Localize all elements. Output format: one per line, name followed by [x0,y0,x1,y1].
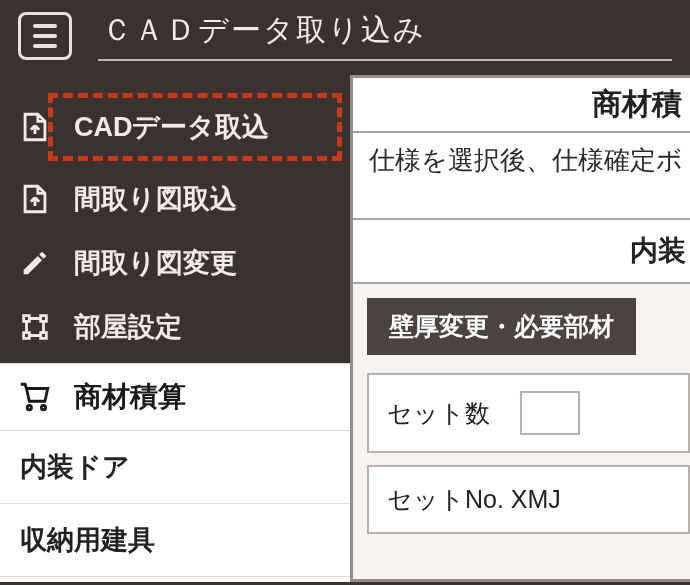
sidebar-item-label: 間取り図取込 [74,181,237,217]
sidebar-item-cad-import[interactable]: CADデータ取込 [8,95,342,159]
sidebar-item-room-settings[interactable]: 部屋設定 [0,295,350,359]
sidebar-item-floorplan-edit[interactable]: 間取り図変更 [0,231,350,295]
sidebar-light-section: 商材積算 内装ドア 収納用建具 [0,363,350,582]
form-label: セットNo. XMJ [387,483,561,516]
sidebar-item-label: 商材積算 [74,378,186,416]
sidebar-subitem-label: 収納用建具 [20,525,155,555]
set-count-input[interactable] [520,391,580,435]
import-icon [18,182,52,216]
form-label: セット数 [387,397,490,430]
panel-body: 壁厚変更・必要部材 セット数 セットNo. XMJ [353,282,690,579]
bounds-icon [18,310,52,344]
content-panel: 商材積 仕様を選択後、仕様確定ボ 内装 壁厚変更・必要部材 セット数 セットNo… [350,75,690,582]
main: CADデータ取込 間取り図取込 間取り図変更 部屋設定 [0,75,690,582]
panel-sub-header: 内装 [353,220,690,282]
sidebar-item-label: 間取り図変更 [74,245,237,281]
wall-thickness-button[interactable]: 壁厚変更・必要部材 [367,298,636,355]
sidebar-item-floorplan-import[interactable]: 間取り図取込 [0,167,350,231]
form-row-set-count: セット数 [367,373,690,453]
sidebar-item-label: 部屋設定 [74,309,182,345]
titlebar: ＣＡＤデータ取り込み [0,0,690,75]
sidebar-subitem-storage[interactable]: 収納用建具 [0,504,350,577]
import-icon [18,110,52,144]
sidebar-item-label: CADデータ取込 [74,109,270,145]
panel-description: 仕様を選択後、仕様確定ボ [353,133,690,220]
page-title: ＣＡＤデータ取り込み [98,10,672,61]
cart-icon [18,380,52,414]
edit-icon [18,246,52,280]
sidebar: CADデータ取込 間取り図取込 間取り図変更 部屋設定 [0,75,350,582]
sidebar-subitem-interior-door[interactable]: 内装ドア [0,431,350,504]
sidebar-subitem-label: 内装ドア [20,452,130,482]
sidebar-item-estimate[interactable]: 商材積算 [0,364,350,430]
panel-header: 商材積 [353,78,690,133]
form-row-set-no: セットNo. XMJ [367,465,690,534]
menu-button[interactable] [18,12,72,60]
sidebar-highlight: CADデータ取込 [8,93,342,161]
